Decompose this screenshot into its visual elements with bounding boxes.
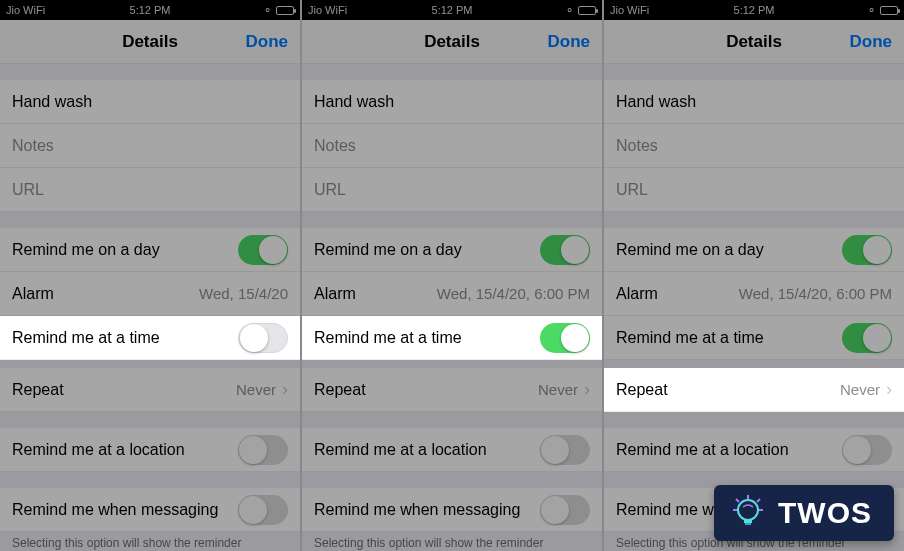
svg-point-0 <box>738 500 758 520</box>
remind-location-toggle[interactable] <box>238 435 288 465</box>
remind-day-label: Remind me on a day <box>314 241 540 259</box>
alarm-row[interactable]: Alarm Wed, 15/4/20, 6:00 PM <box>604 272 904 316</box>
remind-day-row[interactable]: Remind me on a day <box>604 228 904 272</box>
status-time: 5:12 PM <box>130 4 171 16</box>
status-bar: Jio WiFi 5:12 PM ⚬ <box>0 0 300 20</box>
remind-day-label: Remind me on a day <box>12 241 238 259</box>
remind-time-label: Remind me at a time <box>314 329 540 347</box>
watermark: TWOS <box>714 485 894 541</box>
title-value: Hand wash <box>314 93 590 111</box>
remind-location-row[interactable]: Remind me at a location <box>604 428 904 472</box>
svg-line-2 <box>736 499 739 502</box>
title-field[interactable]: Hand wash <box>604 80 904 124</box>
panel-2: Jio WiFi 5:12 PM ⚬ Details Done Hand was… <box>302 0 602 551</box>
remind-location-row[interactable]: Remind me at a location <box>302 428 602 472</box>
repeat-value: Never <box>538 381 578 398</box>
remind-time-row[interactable]: Remind me at a time <box>302 316 602 360</box>
url-field[interactable]: URL <box>0 168 300 212</box>
messaging-footer: Selecting this option will show the remi… <box>302 532 602 551</box>
alarm-label: Alarm <box>616 285 739 303</box>
repeat-row[interactable]: Repeat Never › <box>0 368 300 412</box>
remind-messaging-toggle[interactable] <box>540 495 590 525</box>
title-field[interactable]: Hand wash <box>302 80 602 124</box>
repeat-row[interactable]: Repeat Never › <box>604 368 904 412</box>
status-time: 5:12 PM <box>432 4 473 16</box>
panels-container: Jio WiFi 5:12 PM ⚬ Details Done Hand was… <box>0 0 904 551</box>
repeat-row[interactable]: Repeat Never › <box>302 368 602 412</box>
remind-day-label: Remind me on a day <box>616 241 842 259</box>
notes-field[interactable]: Notes <box>604 124 904 168</box>
done-button[interactable]: Done <box>246 32 289 52</box>
remind-time-row[interactable]: Remind me at a time <box>0 316 300 360</box>
title-value: Hand wash <box>12 93 288 111</box>
carrier-label: Jio WiFi <box>308 4 347 16</box>
remind-messaging-row[interactable]: Remind me when messaging <box>302 488 602 532</box>
remind-messaging-label: Remind me when messaging <box>314 501 540 519</box>
done-button[interactable]: Done <box>850 32 893 52</box>
notes-field[interactable]: Notes <box>0 124 300 168</box>
notes-placeholder: Notes <box>12 137 288 155</box>
remind-messaging-row[interactable]: Remind me when messaging <box>0 488 300 532</box>
repeat-label: Repeat <box>12 381 236 399</box>
remind-time-toggle[interactable] <box>842 323 892 353</box>
battery-icon <box>578 6 596 15</box>
remind-day-row[interactable]: Remind me on a day <box>0 228 300 272</box>
battery-icon <box>276 6 294 15</box>
page-title: Details <box>122 32 178 52</box>
messaging-footer: Selecting this option will show the remi… <box>0 532 300 551</box>
lightbulb-icon <box>728 493 768 533</box>
remind-day-toggle[interactable] <box>238 235 288 265</box>
remind-location-label: Remind me at a location <box>616 441 842 459</box>
remind-time-toggle[interactable] <box>540 323 590 353</box>
url-placeholder: URL <box>12 181 288 199</box>
title-value: Hand wash <box>616 93 892 111</box>
remind-day-toggle[interactable] <box>842 235 892 265</box>
repeat-label: Repeat <box>616 381 840 399</box>
alarm-value: Wed, 15/4/20 <box>199 285 288 302</box>
battery-icon <box>880 6 898 15</box>
nav-bar: Details Done <box>0 20 300 64</box>
alarm-row[interactable]: Alarm Wed, 15/4/20, 6:00 PM <box>302 272 602 316</box>
watermark-text: TWOS <box>778 496 872 530</box>
repeat-value: Never <box>840 381 880 398</box>
remind-time-toggle[interactable] <box>238 323 288 353</box>
remind-day-row[interactable]: Remind me on a day <box>302 228 602 272</box>
done-button[interactable]: Done <box>548 32 591 52</box>
chevron-right-icon: › <box>282 379 288 400</box>
repeat-label: Repeat <box>314 381 538 399</box>
bluetooth-icon: ⚬ <box>263 4 272 17</box>
alarm-label: Alarm <box>314 285 437 303</box>
remind-messaging-toggle[interactable] <box>238 495 288 525</box>
status-right: ⚬ <box>263 4 294 17</box>
panel-3: Jio WiFi 5:12 PM ⚬ Details Done Hand was… <box>604 0 904 551</box>
svg-line-3 <box>757 499 760 502</box>
page-title: Details <box>726 32 782 52</box>
status-right: ⚬ <box>867 4 898 17</box>
remind-location-toggle[interactable] <box>540 435 590 465</box>
url-field[interactable]: URL <box>604 168 904 212</box>
panel-1: Jio WiFi 5:12 PM ⚬ Details Done Hand was… <box>0 0 300 551</box>
remind-location-label: Remind me at a location <box>314 441 540 459</box>
alarm-row[interactable]: Alarm Wed, 15/4/20 <box>0 272 300 316</box>
alarm-value: Wed, 15/4/20, 6:00 PM <box>437 285 590 302</box>
notes-field[interactable]: Notes <box>302 124 602 168</box>
remind-location-row[interactable]: Remind me at a location <box>0 428 300 472</box>
status-bar: Jio WiFi 5:12 PM ⚬ <box>302 0 602 20</box>
remind-time-label: Remind me at a time <box>616 329 842 347</box>
status-time: 5:12 PM <box>734 4 775 16</box>
title-field[interactable]: Hand wash <box>0 80 300 124</box>
bluetooth-icon: ⚬ <box>565 4 574 17</box>
notes-placeholder: Notes <box>314 137 590 155</box>
chevron-right-icon: › <box>584 379 590 400</box>
nav-bar: Details Done <box>604 20 904 64</box>
remind-location-toggle[interactable] <box>842 435 892 465</box>
alarm-value: Wed, 15/4/20, 6:00 PM <box>739 285 892 302</box>
remind-time-label: Remind me at a time <box>12 329 238 347</box>
carrier-label: Jio WiFi <box>610 4 649 16</box>
url-field[interactable]: URL <box>302 168 602 212</box>
remind-day-toggle[interactable] <box>540 235 590 265</box>
url-placeholder: URL <box>314 181 590 199</box>
remind-time-row[interactable]: Remind me at a time <box>604 316 904 360</box>
bluetooth-icon: ⚬ <box>867 4 876 17</box>
nav-bar: Details Done <box>302 20 602 64</box>
